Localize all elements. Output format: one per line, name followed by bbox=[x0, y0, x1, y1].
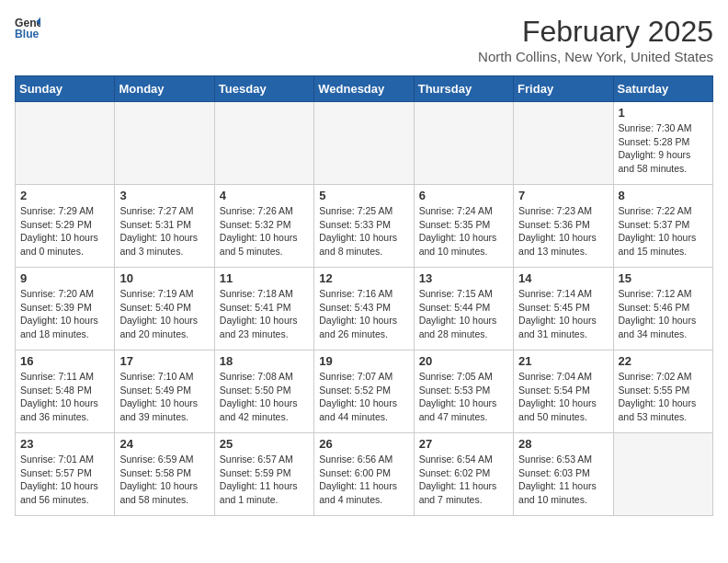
day-info: Sunrise: 6:54 AM Sunset: 6:02 PM Dayligh… bbox=[419, 453, 508, 507]
table-row bbox=[514, 102, 613, 185]
day-info: Sunrise: 7:27 AM Sunset: 5:31 PM Dayligh… bbox=[119, 204, 209, 259]
col-friday: Friday bbox=[514, 76, 613, 102]
day-info: Sunrise: 7:15 AM Sunset: 5:44 PM Dayligh… bbox=[419, 287, 508, 341]
table-row: 17Sunrise: 7:10 AM Sunset: 5:49 PM Dayli… bbox=[115, 350, 214, 433]
day-number: 12 bbox=[319, 271, 408, 285]
day-number: 10 bbox=[119, 271, 209, 285]
table-row: 16Sunrise: 7:11 AM Sunset: 5:48 PM Dayli… bbox=[16, 350, 115, 433]
calendar-week-row: 2Sunrise: 7:29 AM Sunset: 5:29 PM Daylig… bbox=[16, 185, 713, 268]
calendar-week-row: 16Sunrise: 7:11 AM Sunset: 5:48 PM Dayli… bbox=[16, 350, 713, 433]
table-row: 10Sunrise: 7:19 AM Sunset: 5:40 PM Dayli… bbox=[115, 268, 214, 350]
day-info: Sunrise: 7:23 AM Sunset: 5:36 PM Dayligh… bbox=[518, 204, 608, 259]
table-row: 11Sunrise: 7:18 AM Sunset: 5:41 PM Dayli… bbox=[214, 268, 313, 350]
day-number: 21 bbox=[518, 354, 608, 368]
col-wednesday: Wednesday bbox=[314, 76, 414, 102]
day-info: Sunrise: 7:25 AM Sunset: 5:33 PM Dayligh… bbox=[319, 204, 408, 259]
day-info: Sunrise: 7:22 AM Sunset: 5:37 PM Dayligh… bbox=[619, 204, 708, 259]
col-monday: Monday bbox=[115, 76, 214, 102]
title-block: February 2025 North Collins, New York, U… bbox=[478, 15, 713, 64]
table-row: 25Sunrise: 6:57 AM Sunset: 5:59 PM Dayli… bbox=[214, 433, 313, 516]
col-saturday: Saturday bbox=[613, 76, 712, 102]
table-row: 3Sunrise: 7:27 AM Sunset: 5:31 PM Daylig… bbox=[115, 185, 214, 268]
table-row: 27Sunrise: 6:54 AM Sunset: 6:02 PM Dayli… bbox=[414, 433, 513, 516]
table-row: 6Sunrise: 7:24 AM Sunset: 5:35 PM Daylig… bbox=[414, 185, 513, 268]
calendar-header-row: Sunday Monday Tuesday Wednesday Thursday… bbox=[16, 76, 713, 102]
table-row: 9Sunrise: 7:20 AM Sunset: 5:39 PM Daylig… bbox=[16, 268, 115, 350]
table-row: 24Sunrise: 6:59 AM Sunset: 5:58 PM Dayli… bbox=[115, 433, 214, 516]
table-row: 2Sunrise: 7:29 AM Sunset: 5:29 PM Daylig… bbox=[16, 185, 115, 268]
col-thursday: Thursday bbox=[414, 76, 513, 102]
col-tuesday: Tuesday bbox=[214, 76, 313, 102]
day-number: 1 bbox=[619, 106, 708, 120]
day-number: 14 bbox=[518, 271, 608, 285]
day-number: 27 bbox=[419, 437, 508, 451]
day-number: 23 bbox=[20, 437, 109, 451]
day-info: Sunrise: 7:30 AM Sunset: 5:28 PM Dayligh… bbox=[619, 121, 708, 176]
day-info: Sunrise: 7:10 AM Sunset: 5:49 PM Dayligh… bbox=[119, 370, 209, 424]
table-row: 28Sunrise: 6:53 AM Sunset: 6:03 PM Dayli… bbox=[514, 433, 613, 516]
table-row bbox=[115, 102, 214, 185]
day-info: Sunrise: 7:12 AM Sunset: 5:46 PM Dayligh… bbox=[619, 287, 708, 341]
table-row: 14Sunrise: 7:14 AM Sunset: 5:45 PM Dayli… bbox=[514, 268, 613, 350]
day-info: Sunrise: 7:11 AM Sunset: 5:48 PM Dayligh… bbox=[20, 370, 109, 424]
day-info: Sunrise: 6:57 AM Sunset: 5:59 PM Dayligh… bbox=[220, 453, 309, 507]
day-info: Sunrise: 7:01 AM Sunset: 5:57 PM Dayligh… bbox=[20, 453, 109, 507]
day-number: 4 bbox=[220, 189, 309, 202]
table-row: 4Sunrise: 7:26 AM Sunset: 5:32 PM Daylig… bbox=[214, 185, 313, 268]
day-info: Sunrise: 6:53 AM Sunset: 6:03 PM Dayligh… bbox=[518, 453, 608, 507]
calendar-subtitle: North Collins, New York, United States bbox=[478, 49, 713, 64]
table-row bbox=[16, 102, 115, 185]
day-info: Sunrise: 7:07 AM Sunset: 5:52 PM Dayligh… bbox=[319, 370, 408, 424]
day-number: 20 bbox=[419, 354, 508, 368]
logo: General Blue bbox=[15, 15, 42, 40]
day-number: 5 bbox=[319, 189, 408, 202]
table-row bbox=[214, 102, 313, 185]
day-number: 13 bbox=[419, 271, 508, 285]
day-info: Sunrise: 7:18 AM Sunset: 5:41 PM Dayligh… bbox=[220, 287, 309, 341]
table-row: 22Sunrise: 7:02 AM Sunset: 5:55 PM Dayli… bbox=[613, 350, 712, 433]
day-number: 25 bbox=[220, 437, 309, 451]
calendar-week-row: 9Sunrise: 7:20 AM Sunset: 5:39 PM Daylig… bbox=[16, 268, 713, 350]
day-info: Sunrise: 7:02 AM Sunset: 5:55 PM Dayligh… bbox=[619, 370, 708, 424]
day-info: Sunrise: 7:08 AM Sunset: 5:50 PM Dayligh… bbox=[220, 370, 309, 424]
day-number: 28 bbox=[518, 437, 608, 451]
table-row: 1Sunrise: 7:30 AM Sunset: 5:28 PM Daylig… bbox=[613, 102, 712, 185]
calendar-week-row: 1Sunrise: 7:30 AM Sunset: 5:28 PM Daylig… bbox=[16, 102, 713, 185]
day-info: Sunrise: 6:59 AM Sunset: 5:58 PM Dayligh… bbox=[119, 453, 209, 507]
table-row bbox=[414, 102, 513, 185]
table-row: 26Sunrise: 6:56 AM Sunset: 6:00 PM Dayli… bbox=[314, 433, 414, 516]
day-info: Sunrise: 6:56 AM Sunset: 6:00 PM Dayligh… bbox=[319, 453, 408, 507]
calendar-table: Sunday Monday Tuesday Wednesday Thursday… bbox=[15, 75, 713, 516]
table-row: 20Sunrise: 7:05 AM Sunset: 5:53 PM Dayli… bbox=[414, 350, 513, 433]
table-row: 18Sunrise: 7:08 AM Sunset: 5:50 PM Dayli… bbox=[214, 350, 313, 433]
col-sunday: Sunday bbox=[16, 76, 115, 102]
day-number: 18 bbox=[220, 354, 309, 368]
day-info: Sunrise: 7:20 AM Sunset: 5:39 PM Dayligh… bbox=[20, 287, 109, 341]
page-header: General Blue February 2025 North Collins… bbox=[15, 15, 713, 64]
day-info: Sunrise: 7:14 AM Sunset: 5:45 PM Dayligh… bbox=[518, 287, 608, 341]
table-row bbox=[613, 433, 712, 516]
day-number: 26 bbox=[319, 437, 408, 451]
day-number: 19 bbox=[319, 354, 408, 368]
day-info: Sunrise: 7:29 AM Sunset: 5:29 PM Dayligh… bbox=[20, 204, 109, 259]
table-row: 21Sunrise: 7:04 AM Sunset: 5:54 PM Dayli… bbox=[514, 350, 613, 433]
table-row: 5Sunrise: 7:25 AM Sunset: 5:33 PM Daylig… bbox=[314, 185, 414, 268]
day-number: 16 bbox=[20, 354, 109, 368]
day-number: 2 bbox=[20, 189, 109, 202]
day-number: 3 bbox=[119, 189, 209, 202]
day-number: 9 bbox=[20, 271, 109, 285]
day-number: 8 bbox=[619, 189, 708, 202]
day-info: Sunrise: 7:26 AM Sunset: 5:32 PM Dayligh… bbox=[220, 204, 309, 259]
calendar-title: February 2025 bbox=[478, 15, 713, 49]
logo-icon: General Blue bbox=[15, 15, 40, 40]
day-number: 11 bbox=[220, 271, 309, 285]
table-row: 7Sunrise: 7:23 AM Sunset: 5:36 PM Daylig… bbox=[514, 185, 613, 268]
day-number: 6 bbox=[419, 189, 508, 202]
table-row: 23Sunrise: 7:01 AM Sunset: 5:57 PM Dayli… bbox=[16, 433, 115, 516]
table-row: 13Sunrise: 7:15 AM Sunset: 5:44 PM Dayli… bbox=[414, 268, 513, 350]
calendar-week-row: 23Sunrise: 7:01 AM Sunset: 5:57 PM Dayli… bbox=[16, 433, 713, 516]
day-info: Sunrise: 7:04 AM Sunset: 5:54 PM Dayligh… bbox=[518, 370, 608, 424]
day-info: Sunrise: 7:19 AM Sunset: 5:40 PM Dayligh… bbox=[119, 287, 209, 341]
table-row: 8Sunrise: 7:22 AM Sunset: 5:37 PM Daylig… bbox=[613, 185, 712, 268]
day-number: 24 bbox=[119, 437, 209, 451]
